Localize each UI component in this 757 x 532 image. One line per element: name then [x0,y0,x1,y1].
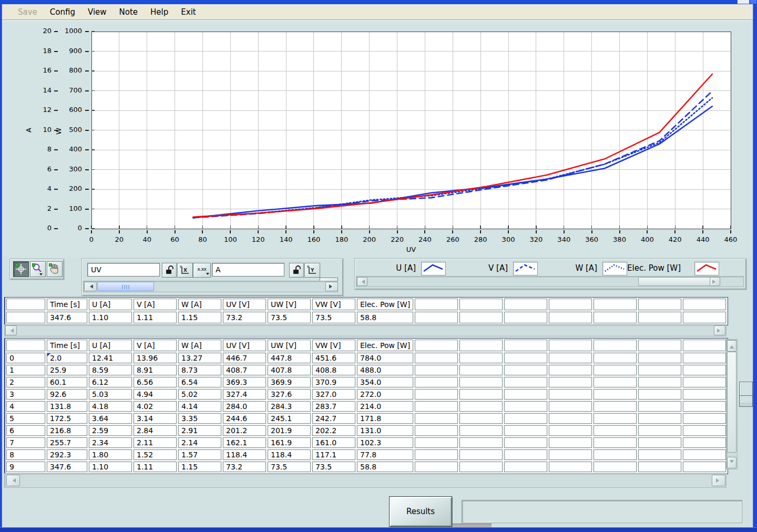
table-cell[interactable] [549,425,592,436]
table-cell[interactable]: 77.8 [357,449,413,460]
table-cell[interactable]: 4.02 [134,401,177,412]
table-cell[interactable] [6,312,45,323]
table-cell[interactable]: 3.64 [89,413,132,424]
table-cell[interactable]: 1.52 [134,449,177,460]
table-cell[interactable] [504,449,547,460]
table-cell[interactable]: 102.3 [357,437,413,448]
table-cell[interactable] [683,401,726,412]
table-cell[interactable] [638,437,681,448]
menu-item-view[interactable]: View [81,7,113,17]
table-cell[interactable] [459,413,503,424]
table-cell[interactable] [459,449,503,460]
table-cell[interactable]: 1.15 [178,312,221,323]
table-cell[interactable] [549,437,592,448]
scroll-right-button[interactable] [712,475,725,486]
table-cell[interactable] [594,425,637,436]
table-cell[interactable]: 13.96 [134,353,177,363]
table-cell[interactable] [415,413,458,424]
scroll-left-button[interactable] [6,475,20,486]
legend-plot-sample[interactable] [421,262,446,275]
table-cell[interactable]: 327.0 [312,389,355,400]
table-cell[interactable]: 201.2 [223,425,266,436]
table-cell[interactable]: 7 [6,437,45,448]
table-cell[interactable] [504,462,547,472]
x-scale-input[interactable]: UV [87,263,160,277]
table-cell[interactable] [549,401,592,412]
table-cell[interactable]: 2.11 [134,437,177,448]
table-cell[interactable]: 347.6 [47,462,87,472]
menu-item-help[interactable]: Help [144,7,175,17]
table-cell[interactable] [638,462,681,472]
table-cell[interactable] [594,389,637,400]
table-cell[interactable]: 8 [6,449,45,460]
scroll-left-button[interactable] [84,282,97,291]
table-cell[interactable]: 13.27 [178,353,221,363]
table-cell[interactable] [638,312,681,323]
table-cell[interactable]: 1.11 [134,312,177,323]
table-cell[interactable]: 9 [6,462,45,472]
table-cell[interactable] [415,377,458,387]
table-cell[interactable] [683,365,726,375]
scroll-left-button[interactable] [357,277,367,286]
table-cell[interactable] [638,413,681,424]
table-cell[interactable]: 408.8 [312,365,355,375]
table-cell[interactable] [459,401,503,412]
table-cell[interactable] [459,437,503,448]
legend-plot-sample[interactable] [513,262,538,275]
results-output-field[interactable] [462,500,742,523]
scrollbar-thumb[interactable] [727,352,736,453]
table-cell[interactable]: 1.11 [134,462,177,472]
table-cell[interactable] [459,377,503,387]
table-cell[interactable] [638,353,681,363]
table-cell[interactable] [594,462,637,472]
table-cell[interactable] [459,425,503,436]
table-cell[interactable]: 118.4 [268,449,311,460]
table-cell[interactable] [683,312,726,323]
table-cell[interactable]: 1.10 [89,312,132,323]
table-index-spinner[interactable] [739,395,753,407]
table-cell[interactable]: 1 [6,365,45,375]
menu-item-config[interactable]: Config [44,7,81,17]
table-cell[interactable]: 283.7 [312,401,355,412]
zoom-tool-button[interactable] [30,261,46,277]
table-cell[interactable] [415,437,458,448]
table-cell[interactable] [549,353,592,363]
table-cell[interactable] [638,401,681,412]
menu-item-note[interactable]: Note [113,7,145,17]
table-cell[interactable] [594,377,637,387]
table-cell[interactable]: 117.1 [312,449,355,460]
table-cell[interactable] [683,437,726,448]
table-cell[interactable]: 4 [6,401,45,412]
table-cell[interactable]: 2.34 [89,437,132,448]
table-cell[interactable]: 6.54 [178,377,221,387]
table-cell[interactable]: 1.15 [178,462,221,472]
table-cell[interactable] [415,449,458,460]
table-cell[interactable] [683,353,726,363]
chart-plot[interactable] [91,32,731,229]
table-cell[interactable]: 1.80 [89,449,132,460]
table-cell[interactable] [549,312,592,323]
y-scale-lock-button[interactable] [289,263,304,278]
scroll-right-button[interactable] [710,277,720,286]
table-cell[interactable]: 3.14 [134,413,177,424]
table-cell[interactable] [683,389,726,400]
table-cell[interactable] [549,377,592,387]
table-cell[interactable]: 292.3 [47,449,87,460]
table-cell[interactable]: 284.3 [268,401,311,412]
table-cell[interactable]: 58.8 [357,462,413,472]
table-cell[interactable]: 1.10 [89,462,132,472]
table-cell[interactable] [638,377,681,387]
table-cell[interactable] [504,365,547,375]
table-cell[interactable]: 784.0 [357,353,413,363]
table-cell[interactable] [638,365,681,375]
table-cell[interactable]: 131.8 [47,401,87,412]
pan-tool-button[interactable] [47,261,63,277]
table-cell[interactable] [459,389,503,400]
table-cell[interactable]: 272.0 [357,389,413,400]
table-cell[interactable]: 3.35 [178,413,221,424]
table-cell[interactable]: 244.6 [223,413,266,424]
table-cell[interactable] [415,389,458,400]
table-cell[interactable]: 73.5 [312,462,355,472]
table-cell[interactable]: 2.14 [178,437,221,448]
table-cell[interactable]: 73.5 [268,312,311,323]
